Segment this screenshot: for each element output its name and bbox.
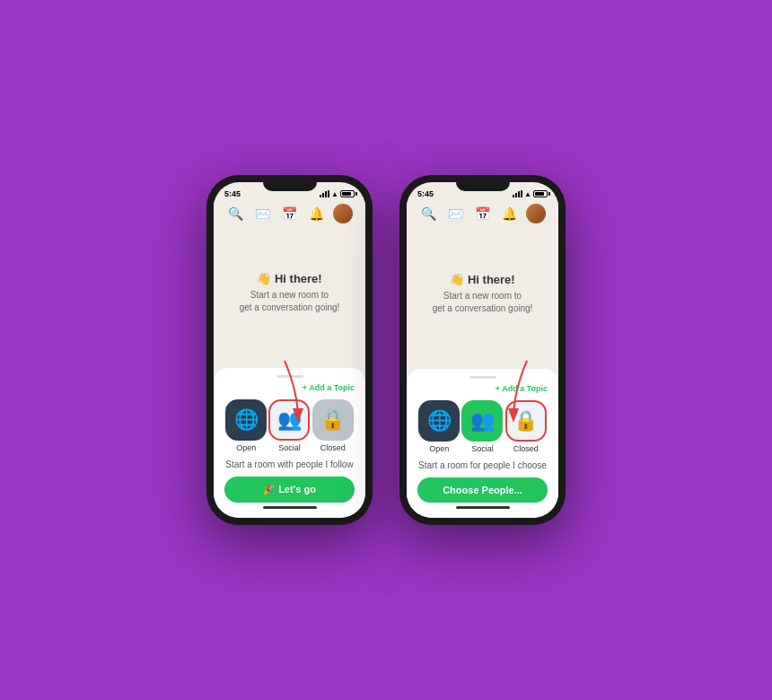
- main-content: 👋 Hi there! Start a new room to get a co…: [214, 227, 365, 368]
- greeting-text-right: 👋 Hi there!: [450, 273, 514, 286]
- closed-icon-wrapper-selected: 🔒: [505, 400, 547, 442]
- open-label-right: Open: [429, 444, 449, 453]
- closed-icon-wrapper: 🔒: [312, 399, 354, 441]
- left-phone: 5:45 ▲ 🔍 ✉️ 📅 🔔: [206, 175, 373, 525]
- sheet-handle: [276, 375, 303, 378]
- status-icons-right: ▲: [513, 190, 548, 198]
- home-indicator: [263, 506, 317, 509]
- description-text: Start a room with people I follow: [224, 459, 355, 469]
- subtitle-text: Start a new room to get a conversation g…: [240, 289, 340, 314]
- calendar-icon[interactable]: 📅: [279, 204, 299, 223]
- bell-icon[interactable]: 🔔: [306, 204, 326, 223]
- notch: [263, 182, 317, 191]
- bottom-sheet-right: + Add a Topic 🌐 Open 👥 Social: [407, 369, 558, 518]
- social-label-right: Social: [471, 444, 494, 453]
- social-icon-wrapper-selected: 👥: [268, 399, 310, 441]
- room-type-open-right[interactable]: 🌐 Open: [418, 400, 460, 453]
- search-icon-right[interactable]: 🔍: [419, 204, 439, 223]
- left-phone-screen: 5:45 ▲ 🔍 ✉️ 📅 🔔: [214, 182, 365, 518]
- nav-bar: 🔍 ✉️ 📅 🔔: [214, 200, 365, 227]
- signal-icon: [320, 190, 329, 197]
- left-phone-container: 5:45 ▲ 🔍 ✉️ 📅 🔔: [206, 175, 373, 525]
- closed-label: Closed: [320, 443, 346, 452]
- bottom-sheet: + Add a Topic 🌐 Open 👥 Social: [214, 368, 365, 518]
- room-types-right: 🌐 Open 👥 Social 🔒: [417, 400, 548, 453]
- closed-icon-right: 🔒: [513, 409, 538, 433]
- closed-label-right: Closed: [513, 444, 539, 453]
- home-indicator-right: [456, 506, 510, 509]
- room-type-social[interactable]: 👥 Social: [268, 399, 310, 452]
- compose-icon[interactable]: ✉️: [253, 204, 273, 223]
- social-label: Social: [278, 443, 301, 452]
- status-icons: ▲: [320, 190, 355, 198]
- nav-bar-right: 🔍 ✉️ 📅 🔔: [407, 200, 558, 227]
- bell-icon-right[interactable]: 🔔: [499, 204, 519, 223]
- status-time: 5:45: [224, 189, 241, 198]
- room-types: 🌐 Open 👥 Social 🔒: [224, 399, 355, 452]
- avatar[interactable]: [333, 204, 353, 223]
- avatar-right[interactable]: [526, 204, 546, 223]
- wifi-icon: ▲: [331, 190, 338, 198]
- room-type-social-right[interactable]: 👥 Social: [461, 400, 503, 453]
- action-button[interactable]: 🎉 Let's go: [224, 477, 355, 503]
- add-topic-link[interactable]: + Add a Topic: [224, 383, 355, 392]
- status-time-right: 5:45: [417, 189, 434, 198]
- social-icon-right: 👥: [470, 409, 495, 433]
- add-topic-link-right[interactable]: + Add a Topic: [417, 384, 548, 393]
- social-icon: 👥: [277, 408, 302, 432]
- open-icon: 🌐: [234, 408, 259, 432]
- calendar-icon-right[interactable]: 📅: [472, 204, 492, 223]
- subtitle-text-right: Start a new room to get a conversation g…: [433, 290, 533, 315]
- closed-icon: 🔒: [320, 408, 345, 432]
- right-phone: 5:45 ▲ 🔍 ✉️ 📅 🔔: [399, 175, 566, 525]
- battery-icon-right: [533, 190, 548, 197]
- room-type-closed-right[interactable]: 🔒 Closed: [505, 400, 547, 453]
- signal-icon-right: [513, 190, 522, 197]
- main-content-right: 👋 Hi there! Start a new room to get a co…: [407, 227, 558, 369]
- compose-icon-right[interactable]: ✉️: [446, 204, 466, 223]
- open-icon-wrapper: 🌐: [225, 399, 267, 441]
- action-button-right[interactable]: Choose People...: [417, 477, 548, 503]
- room-type-closed[interactable]: 🔒 Closed: [312, 399, 354, 452]
- battery-icon: [340, 190, 355, 197]
- search-icon[interactable]: 🔍: [226, 204, 246, 223]
- open-label: Open: [236, 443, 256, 452]
- social-icon-wrapper-right: 👥: [461, 400, 503, 442]
- sheet-handle-right: [469, 376, 496, 379]
- open-icon-right: 🌐: [427, 409, 452, 433]
- right-phone-screen: 5:45 ▲ 🔍 ✉️ 📅 🔔: [407, 182, 558, 518]
- open-icon-wrapper-right: 🌐: [418, 400, 460, 442]
- notch-right: [456, 182, 510, 191]
- room-type-open[interactable]: 🌐 Open: [225, 399, 267, 452]
- wifi-icon-right: ▲: [524, 190, 531, 198]
- greeting-text: 👋 Hi there!: [257, 272, 321, 285]
- description-text-right: Start a room for people I choose: [417, 460, 548, 470]
- right-phone-container: 5:45 ▲ 🔍 ✉️ 📅 🔔: [399, 175, 566, 525]
